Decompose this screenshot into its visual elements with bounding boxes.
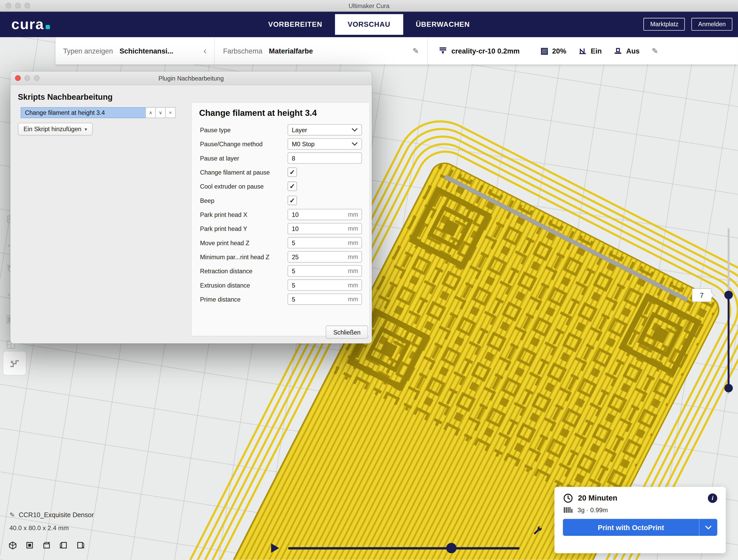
pause-at-layer-input[interactable] xyxy=(288,152,362,164)
adhesion-icon xyxy=(614,46,623,55)
field-label: Park print head Y xyxy=(199,225,288,232)
dialog-zoom-button[interactable] xyxy=(34,75,39,81)
layer-slider-handle-top[interactable] xyxy=(724,291,733,299)
move-z-input[interactable] xyxy=(288,237,362,248)
beep-checkbox[interactable]: ✓ xyxy=(288,195,297,205)
printer-profile: creality-cr-10 0.2mm xyxy=(451,47,520,55)
view-front-icon[interactable] xyxy=(25,541,34,550)
check-icon: ✓ xyxy=(290,197,295,204)
info-icon[interactable]: i xyxy=(708,494,717,503)
park-x-input[interactable] xyxy=(288,209,362,220)
field-label: Minimum par...rint head Z xyxy=(199,253,288,260)
chevron-down-icon xyxy=(705,525,712,529)
select-value: M0 Stop xyxy=(292,140,315,147)
view-left-icon[interactable] xyxy=(59,541,68,550)
view-type-section[interactable]: Typen anzeigen Schichtenansi... ‹ xyxy=(56,37,214,64)
signin-button[interactable]: Anmelden xyxy=(692,18,732,31)
field-label: Pause at layer xyxy=(199,154,288,161)
window-titlebar: Ultimaker Cura xyxy=(0,0,738,12)
color-scheme-value: Materialfarbe xyxy=(269,47,313,55)
close-dialog-button[interactable]: Schließen xyxy=(326,326,368,339)
layer-slider-range[interactable] xyxy=(728,295,729,388)
retraction-distance-input[interactable] xyxy=(288,265,362,276)
clock-icon xyxy=(563,493,573,503)
scripts-heading: Skripts Nachbearbeitung xyxy=(18,93,112,102)
steps-icon xyxy=(9,357,21,369)
adhesion-value: Aus xyxy=(626,47,640,55)
timeline-track[interactable] xyxy=(288,547,519,549)
view-3d-icon[interactable] xyxy=(9,541,17,550)
post-processing-dialog: Plugin Nachbearbeitung Skripts Nachbearb… xyxy=(10,71,372,344)
logo-text: cura xyxy=(11,17,44,31)
min-park-z-input[interactable] xyxy=(288,251,362,262)
window-zoom-button[interactable] xyxy=(24,3,30,9)
field-label: Extrusion distance xyxy=(199,282,288,289)
window-controls xyxy=(6,3,30,9)
selected-script-item[interactable]: Change filament at height 3.4 xyxy=(21,107,146,118)
field-label: Park print head X xyxy=(199,211,288,218)
tab-ueberwachen[interactable]: ÜBERWACHEN xyxy=(403,14,482,35)
chevron-down-icon xyxy=(352,128,358,132)
dialog-title: Plugin Nachbearbeitung xyxy=(158,75,224,82)
check-icon: ✓ xyxy=(290,168,295,176)
camera-view-buttons xyxy=(9,541,85,550)
remove-script-button[interactable]: × xyxy=(165,107,176,118)
model-name: CCR10_Exquisite Densor xyxy=(19,511,94,518)
color-scheme-section[interactable]: Farbschema Materialfarbe ✎ xyxy=(214,37,427,64)
check-icon: ✓ xyxy=(290,182,295,190)
layer-slider-handle-bottom[interactable] xyxy=(724,384,733,393)
window-minimize-button[interactable] xyxy=(15,3,21,9)
dialog-close-button[interactable] xyxy=(15,75,21,81)
print-settings-section[interactable]: creality-cr-10 0.2mm ▨ 20% Ein Aus xyxy=(427,37,738,64)
prime-distance-input[interactable] xyxy=(288,294,362,305)
script-settings-title: Change filament at height 3.4 xyxy=(199,108,362,118)
object-list-panel[interactable] xyxy=(3,351,26,375)
window-close-button[interactable] xyxy=(6,3,11,9)
layer-number: 7 xyxy=(700,292,703,299)
model-dimensions: 40.0 x 80.0 x 2.4 mm xyxy=(9,524,69,531)
marketplace-button[interactable]: Marktplatz xyxy=(644,18,685,31)
edit-color-scheme-icon[interactable]: ✎ xyxy=(413,46,419,55)
view-top-icon[interactable] xyxy=(42,541,51,550)
print-options-dropdown[interactable] xyxy=(699,519,717,536)
change-filament-checkbox[interactable]: ✓ xyxy=(288,167,297,177)
print-button-label: Print with OctoPrint xyxy=(563,523,699,531)
edit-print-settings-icon[interactable]: ✎ xyxy=(652,46,658,55)
field-label: Beep xyxy=(199,197,288,204)
view-type-label: Typen anzeigen xyxy=(63,47,113,55)
adjust-print-settings-button[interactable] xyxy=(531,524,545,538)
main-header: cura VORBEREITEN VORSCHAU ÜBERWACHEN Mar… xyxy=(0,11,738,37)
script-settings-card: Change filament at height 3.4 Pause type… xyxy=(191,102,370,336)
rename-model-icon[interactable]: ✎ xyxy=(9,511,15,518)
play-button[interactable] xyxy=(271,543,279,553)
extrusion-distance-input[interactable] xyxy=(288,279,362,291)
tab-vorbereiten[interactable]: VORBEREITEN xyxy=(256,14,335,35)
field-label: Cool extruder on pause xyxy=(199,183,288,190)
view-right-icon[interactable] xyxy=(76,541,85,550)
print-with-octoprint-button[interactable]: Print with OctoPrint xyxy=(563,519,717,536)
script-name: Change filament at height 3.4 xyxy=(25,109,105,116)
field-label: Pause/Change method xyxy=(199,140,288,147)
dialog-titlebar[interactable]: Plugin Nachbearbeitung xyxy=(10,71,372,85)
color-scheme-label: Farbschema xyxy=(223,47,263,55)
move-script-down-button[interactable]: ∨ xyxy=(155,107,166,118)
cool-extruder-checkbox[interactable]: ✓ xyxy=(288,181,297,191)
material-usage: 3g · 0.99m xyxy=(578,507,608,514)
nozzle-icon xyxy=(438,46,447,55)
pause-method-select[interactable]: M0 Stop xyxy=(288,138,362,149)
add-script-button[interactable]: Ein Skript hinzufügen ▾ xyxy=(18,123,93,136)
park-y-input[interactable] xyxy=(288,223,362,234)
pause-type-select[interactable]: Layer xyxy=(288,124,362,135)
dialog-minimize-button[interactable] xyxy=(24,75,30,81)
tab-vorschau[interactable]: VORSCHAU xyxy=(335,14,403,35)
layer-indicator: 7 xyxy=(692,288,712,302)
chevron-down-icon xyxy=(352,142,358,146)
caret-down-icon: ▾ xyxy=(85,126,87,132)
field-label: Retraction distance xyxy=(199,267,288,274)
collapse-chevron-icon[interactable]: ‹ xyxy=(204,45,207,56)
stage-tabs: VORBEREITEN VORSCHAU ÜBERWACHEN xyxy=(256,11,482,37)
timeline-handle[interactable] xyxy=(446,543,456,553)
print-summary-panel: 20 Minuten i 3g · 0.99m Print with OctoP… xyxy=(555,487,726,553)
move-script-up-button[interactable]: ∧ xyxy=(145,107,156,118)
dialog-window-controls xyxy=(15,75,39,81)
